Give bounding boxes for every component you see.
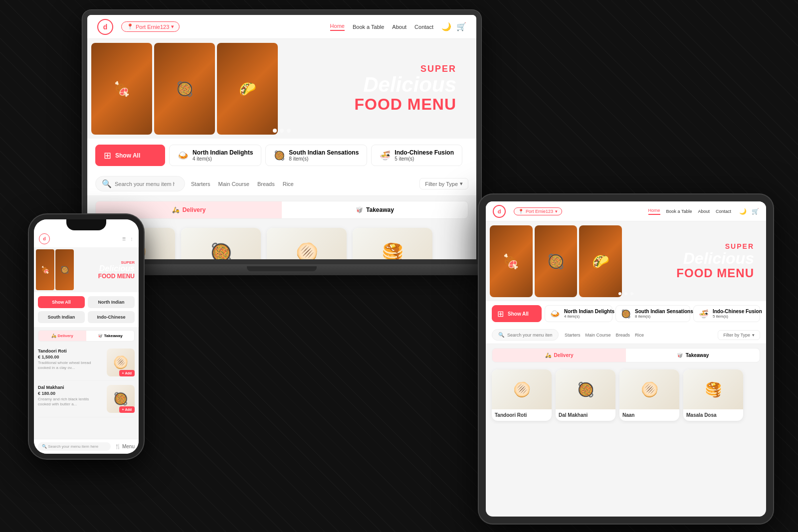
food-card-4[interactable]: 🥞 Masala Dosa [353,228,432,259]
cat-tab-south[interactable]: 🥘 South Indian Sensations 8 item(s) [265,145,367,166]
filter-breads[interactable]: Breads [257,179,275,189]
tablet-cat-south-name: South Indian Sensations [635,309,693,314]
tablet-food-card-1[interactable]: 🫓 Tandoori Roti [492,369,552,421]
phone-more-icon[interactable]: ⋮ [130,237,134,241]
nav-contact-link[interactable]: Contact [414,24,433,30]
tablet-dot-3[interactable] [630,292,633,295]
tablet-filter-by-icon: ▾ [752,333,755,338]
tablet-food-img-3: 🫓 [619,369,679,409]
laptop-logo: d [97,19,113,35]
phone-add-btn-2[interactable]: + Add [119,406,135,413]
laptop-search-wrap: 🔍 [95,176,185,191]
nav-book-link[interactable]: Book a Table [353,24,384,30]
phone-food-item-2[interactable]: Dal Makhani € 180.00 Creamy and rich bla… [38,381,135,417]
phone-add-btn-1[interactable]: + Add [119,370,135,376]
tablet-search-input[interactable] [507,333,552,338]
cat-tab-all[interactable]: ⊞ Show All [95,145,165,166]
phone-ui: d ☰ ⋮ 🍖 🥘 SUPER Delicious FOOD MENU [34,219,139,454]
cat-tab-north[interactable]: 🍛 North Indian Delights 4 item(s) [169,145,261,166]
food-card-3[interactable]: 🫓 Naan [267,228,347,259]
phone-menu-bottom-icon[interactable]: 🍴 Menu [115,444,135,449]
cat-south-count: 8 item(s) [289,156,359,162]
search-icon: 🔍 [102,179,112,188]
dark-mode-icon[interactable]: 🌙 [441,22,451,31]
food-card-2[interactable]: 🥘 Dal Makhani [181,228,261,259]
tablet-filter-by[interactable]: Filter by Type ▾ [718,330,760,340]
laptop-filter-by[interactable]: Filter by Type ▾ [419,178,468,189]
filter-main-course[interactable]: Main Course [218,179,249,189]
macbook-label: MacBook Pro [264,266,299,271]
tablet-location[interactable]: 📍 Port Ernie123 ▾ [514,207,562,215]
tablet-cat-all[interactable]: ⊞ Show All [492,305,542,322]
tablet-food-card-3[interactable]: 🫓 Naan [619,369,679,421]
delivery-label: Delivery [183,206,206,213]
phone-takeaway-tab[interactable]: 🥡 Takeaway [86,331,134,341]
food-card-img-3: 🫓 [267,228,347,259]
tablet-cart-icon[interactable]: 🛒 [752,208,759,215]
tablet-dot-2[interactable] [624,292,627,295]
laptop-takeaway-tab[interactable]: 🥡 Takeaway [282,201,468,218]
tablet-nav-book[interactable]: Book a Table [666,209,692,214]
tablet-cat-indo-count: 5 item(s) [713,314,762,319]
phone-cat-north[interactable]: North Indian [88,296,135,308]
tablet-filter-rice[interactable]: Rice [635,331,644,340]
tablet-food-name-2: Dal Makhani [559,412,612,418]
tablet-delivery-tab[interactable]: 🛵 Delivery [492,349,626,362]
tablet-navbar: d 📍 Port Ernie123 ▾ Home Book a Table Ab… [486,201,766,221]
phone-cat-indo[interactable]: Indo-Chinese [88,311,135,323]
hero-dot-2[interactable] [280,129,284,133]
cart-icon[interactable]: 🛒 [456,22,466,31]
nav-home-link[interactable]: Home [330,23,345,31]
tablet-dark-mode-icon[interactable]: 🌙 [739,208,747,215]
delivery-icon: 🛵 [172,206,180,213]
tablet-food-card-4[interactable]: 🥞 Masala Dosa [683,369,743,421]
phone-logo: d [39,233,50,244]
phone-delicious: Delicious [98,265,135,273]
phone-food-desc-1: Traditional whole wheat bread cooked in … [38,360,103,371]
filter-rice[interactable]: Rice [283,179,294,189]
tablet-nav-about[interactable]: About [698,209,710,214]
phone-food-item-1[interactable]: Tandoori Roti € 1,500.00 Traditional who… [38,345,135,381]
tablet-filter-pills: Starters Main Course Breads Rice [565,331,644,340]
phone-search-bar[interactable]: 🔍 Search your menu item here [38,442,111,451]
tablet-filter-starters[interactable]: Starters [565,331,581,340]
laptop-hero-dots [273,129,291,133]
phone-cat-south[interactable]: South Indian [38,311,85,323]
tablet-food-img-2: 🥘 [556,369,615,409]
cat-tab-indo[interactable]: 🍜 Indo-Chinese Fusion 5 item(s) [371,145,462,166]
tablet-search-wrap: 🔍 [492,329,559,341]
laptop-location[interactable]: 📍 Port Ernie123 ▾ [121,21,180,32]
tablet-cat-north[interactable]: 🍛 North Indian Delights 4 item(s) [545,305,612,322]
tablet-filter-main[interactable]: Main Course [586,331,611,340]
south-indian-icon: 🥘 [274,150,285,161]
laptop-search-input[interactable] [115,181,175,187]
laptop-hero-images [87,39,282,139]
filter-starters[interactable]: Starters [191,179,210,189]
tablet-dot-1[interactable] [618,292,621,295]
tablet-filter-breads[interactable]: Breads [616,331,630,340]
laptop-hero-banner: SUPER Delicious FOOD MENU [87,39,476,139]
tablet-nav-contact[interactable]: Contact [716,209,731,214]
tablet-north-icon: 🍛 [550,309,560,319]
tablet-cat-south[interactable]: 🥘 South Indian Sensations 8 item(s) [615,305,690,322]
hero-dot-1[interactable] [273,129,277,133]
filter-by-icon: ▾ [460,180,463,187]
laptop-navbar: d 📍 Port Ernie123 ▾ Home Book a Table Ab… [87,15,476,39]
tablet-food-name-4: Masala Dosa [686,412,740,418]
laptop-food-grid: 🫓 Tandoori Roti 🥘 Dal Makhani 🫓 Naan [87,224,476,259]
tablet-takeaway-tab[interactable]: 🥡 Takeaway [626,349,760,362]
tablet-food-card-2[interactable]: 🥘 Dal Makhani [556,369,615,421]
phone-menu-icon[interactable]: ☰ [122,237,126,241]
north-indian-icon: 🍛 [178,150,189,161]
laptop-category-tabs: ⊞ Show All 🍛 North Indian Delights 4 ite… [87,139,476,172]
nav-about-link[interactable]: About [392,24,406,30]
tablet-cat-indo[interactable]: 🍜 Indo-Chinese Fusion 5 item(s) [693,305,760,322]
hero-food-menu-text: FOOD MENU [354,95,456,114]
cat-north-count: 4 item(s) [193,156,253,162]
tablet-ui: d 📍 Port Ernie123 ▾ Home Book a Table Ab… [486,201,766,517]
tablet-search-icon: 🔍 [498,332,504,338]
hero-dot-3[interactable] [287,129,291,133]
phone-delivery-tab[interactable]: 🛵 Delivery [38,331,86,341]
tablet-nav-home[interactable]: Home [648,208,660,215]
phone-cat-all[interactable]: Show All [38,296,85,308]
